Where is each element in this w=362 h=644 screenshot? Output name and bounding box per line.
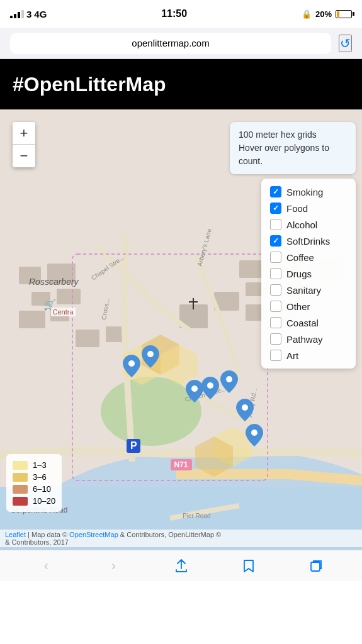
filter-label-softdrinks: SoftDrinks xyxy=(286,236,330,247)
legend-item: 10–20 xyxy=(13,495,55,507)
legend-item: 3–6 xyxy=(13,471,55,483)
map-pin-7[interactable] xyxy=(246,424,263,447)
filter-checkbox-food[interactable] xyxy=(270,203,281,214)
svg-rect-18 xyxy=(76,330,99,347)
zoom-out-button[interactable]: − xyxy=(13,145,35,167)
legend-range-label: 6–10 xyxy=(33,484,51,494)
filter-panel: SmokingFoodAlcoholSoftDrinksCoffeeDrugsS… xyxy=(261,179,356,369)
map-pin-5[interactable] xyxy=(220,370,238,393)
svg-rect-8 xyxy=(19,311,45,328)
filter-checkbox-smoking[interactable] xyxy=(270,186,281,197)
share-button[interactable] xyxy=(167,552,195,580)
tabs-icon xyxy=(309,559,323,573)
legend: 1–33–66–1010–20 xyxy=(6,454,62,512)
filter-item-softdrinks[interactable]: SoftDrinks xyxy=(270,233,347,249)
legend-range-label: 3–6 xyxy=(33,472,47,482)
filter-item-smoking[interactable]: Smoking xyxy=(270,184,347,200)
filter-label-other: Other xyxy=(286,301,310,312)
map-container[interactable]: Chapel Stre... Arbery's Lane Church Stre… xyxy=(0,109,362,550)
filter-label-alcohol: Alcohol xyxy=(286,219,317,230)
filter-item-coastal[interactable]: Coastal xyxy=(270,314,347,331)
place-name: Rosscarbery xyxy=(29,277,79,287)
info-box: 100 meter hex grids Hover over polygons … xyxy=(230,122,356,174)
map-pin-3[interactable] xyxy=(186,380,203,402)
filter-item-art[interactable]: Art xyxy=(270,347,347,364)
filter-checkbox-pathway[interactable] xyxy=(270,333,281,345)
network-label: 4G xyxy=(34,9,47,19)
attribution-text: | Map data © xyxy=(28,531,69,538)
info-line2: Hover over polygons to count. xyxy=(239,142,347,168)
share-icon xyxy=(174,559,188,573)
legend-color-swatch xyxy=(13,485,28,494)
filter-checkbox-drugs[interactable] xyxy=(270,268,281,279)
app-title: #OpenLitterMap xyxy=(13,73,166,96)
info-line1: 100 meter hex grids xyxy=(239,128,347,142)
url-bar[interactable]: openlittermap.com xyxy=(10,33,331,54)
legend-range-label: 10–20 xyxy=(33,496,55,506)
map-pin-1[interactable] xyxy=(123,355,140,377)
filter-label-smoking: Smoking xyxy=(286,187,323,197)
parking-sign: P xyxy=(127,439,140,453)
zoom-controls: + − xyxy=(13,122,35,167)
filter-checkbox-sanitary[interactable] xyxy=(270,284,281,296)
filter-checkbox-other[interactable] xyxy=(270,301,281,312)
svg-point-38 xyxy=(207,382,213,389)
filter-label-art: Art xyxy=(286,350,298,361)
legend-color-swatch xyxy=(13,473,28,482)
filter-checkbox-alcohol[interactable] xyxy=(270,219,281,230)
status-bar: 3 4G 11:50 🔒 20% xyxy=(0,0,362,28)
filter-item-pathway[interactable]: Pathway xyxy=(270,331,347,347)
legend-item: 1–3 xyxy=(13,459,55,471)
filter-item-alcohol[interactable]: Alcohol xyxy=(270,216,347,233)
bookmarks-button[interactable] xyxy=(235,552,263,580)
legend-item: 6–10 xyxy=(13,483,55,495)
svg-point-41 xyxy=(251,430,257,436)
svg-rect-7 xyxy=(57,289,81,304)
lock-icon: 🔒 xyxy=(302,9,312,19)
svg-point-37 xyxy=(191,386,198,392)
filter-label-drugs: Drugs xyxy=(286,269,312,279)
filter-checkbox-softdrinks[interactable] xyxy=(270,235,281,247)
tabs-button[interactable] xyxy=(302,552,330,580)
carrier-label: 3 xyxy=(26,9,31,19)
svg-point-36 xyxy=(147,351,154,357)
filter-label-coastal: Coastal xyxy=(286,318,319,328)
filter-item-sanitary[interactable]: Sanitary xyxy=(270,282,347,298)
osm-link[interactable]: OpenStreetMap xyxy=(69,531,118,538)
filter-checkbox-coastal[interactable] xyxy=(270,317,281,328)
leaflet-link[interactable]: Leaflet xyxy=(5,531,26,538)
svg-point-35 xyxy=(128,360,135,367)
attribution: Leaflet | Map data © OpenStreetMap & Con… xyxy=(0,530,362,547)
forward-button[interactable]: › xyxy=(100,552,128,580)
filter-checkbox-coffee[interactable] xyxy=(270,252,281,263)
svg-rect-13 xyxy=(239,260,264,278)
signal-icon xyxy=(10,10,24,18)
legend-range-label: 1–3 xyxy=(33,460,47,470)
app-header: #OpenLitterMap xyxy=(0,59,362,109)
zoom-in-button[interactable]: + xyxy=(13,122,35,145)
back-button[interactable]: ‹ xyxy=(33,552,60,580)
map-pin-2[interactable] xyxy=(142,345,159,368)
url-text: openlittermap.com xyxy=(132,38,209,48)
legend-color-swatch xyxy=(13,497,28,506)
map-pin-4[interactable] xyxy=(201,377,219,399)
filter-item-coffee[interactable]: Coffee xyxy=(270,249,347,265)
svg-rect-42 xyxy=(311,562,320,571)
svg-point-40 xyxy=(242,404,248,411)
filter-label-pathway: Pathway xyxy=(286,334,323,345)
browser-bar: openlittermap.com ↺ xyxy=(0,28,362,59)
svg-text:Pier Road: Pier Road xyxy=(183,513,210,519)
filter-item-drugs[interactable]: Drugs xyxy=(270,265,347,282)
map-pin-6[interactable] xyxy=(236,399,254,421)
filter-checkbox-art[interactable] xyxy=(270,350,281,361)
refresh-button[interactable]: ↺ xyxy=(339,35,352,52)
filter-label-food: Food xyxy=(286,203,308,214)
status-right: 🔒 20% xyxy=(302,9,352,19)
bookmarks-icon xyxy=(242,559,256,573)
filter-item-food[interactable]: Food xyxy=(270,200,347,216)
filter-item-other[interactable]: Other xyxy=(270,298,347,314)
svg-point-39 xyxy=(226,376,232,382)
battery-percent: 20% xyxy=(315,9,332,19)
status-left: 3 4G xyxy=(10,9,47,19)
legend-color-swatch xyxy=(13,461,28,470)
